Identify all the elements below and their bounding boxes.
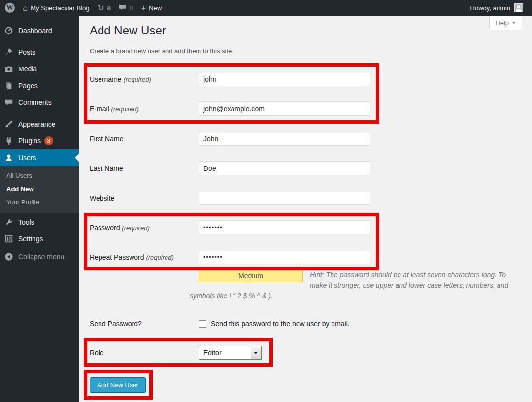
- username-input[interactable]: [199, 72, 370, 86]
- sidebar-item-all-users[interactable]: All Users: [0, 169, 79, 182]
- field-label-text: E-mail: [90, 105, 109, 113]
- last-name-label: Last Name: [90, 165, 199, 172]
- sidebar-item-label: Plugins: [18, 137, 41, 145]
- sidebar-item-users[interactable]: Users: [0, 149, 79, 166]
- plus-icon: +: [141, 4, 146, 12]
- main-content: Help Add New User Create a brand new use…: [79, 16, 532, 402]
- password-label: Password (required): [90, 224, 199, 232]
- sidebar-item-tools[interactable]: Tools: [0, 214, 79, 231]
- new-content-menu[interactable]: + New: [137, 0, 166, 16]
- chevron-down-icon: [254, 352, 258, 354]
- admin-menu: Dashboard Posts Media Pages Comments: [0, 16, 79, 265]
- required-note: (required): [146, 254, 173, 261]
- chevron-down-icon: [512, 22, 516, 24]
- field-label-text: Repeat Password: [90, 253, 144, 261]
- form-row-send-password: Send Password? Send this password to the…: [90, 317, 350, 330]
- field-label-text: Last Name: [90, 165, 123, 172]
- new-label: New: [149, 4, 162, 12]
- field-label-text: Role: [90, 349, 104, 357]
- website-label: Website: [90, 194, 199, 202]
- send-password-label: Send Password?: [90, 320, 199, 328]
- password-hint-block: Medium Hint: The password should be at l…: [190, 270, 509, 301]
- collapse-menu-button[interactable]: Collapse menu: [0, 248, 79, 265]
- site-name-menu[interactable]: ⌂ My Spectacular Blog: [19, 0, 94, 16]
- last-name-input[interactable]: [199, 161, 370, 175]
- comment-bubble-icon: [119, 4, 130, 11]
- admin-bar-left: W ⌂ My Spectacular Blog ↻ 8 0 + New: [0, 0, 166, 16]
- account-menu[interactable]: Howdy, admin: [466, 0, 527, 16]
- password-strength-meter: Medium: [199, 270, 303, 282]
- field-label-text: Username: [90, 75, 122, 83]
- sidebar-item-label: Settings: [18, 235, 43, 243]
- avatar: [514, 3, 523, 12]
- field-label-text: First Name: [90, 135, 123, 143]
- field-label-text: Website: [90, 194, 114, 202]
- repeat-password-label: Repeat Password (required): [90, 253, 199, 261]
- page-title: Add New User: [90, 24, 166, 37]
- repeat-password-input[interactable]: [199, 250, 370, 264]
- field-label-text: Password: [90, 224, 120, 232]
- menu-separator: [0, 39, 79, 44]
- website-input[interactable]: [199, 191, 370, 205]
- wrench-icon: [4, 217, 14, 227]
- collapse-arrow-icon: [4, 252, 14, 262]
- send-password-checkbox[interactable]: [199, 320, 206, 328]
- field-label-text: Send Password?: [90, 320, 142, 328]
- form-row-website: Website: [90, 191, 370, 205]
- paintbrush-icon: [4, 119, 14, 129]
- form-row-first-name: First Name: [90, 132, 370, 146]
- comments-menu[interactable]: 0: [115, 0, 137, 16]
- username-label: Username (required): [90, 75, 199, 83]
- sidebar-item-label: Posts: [18, 48, 35, 56]
- first-name-input[interactable]: [199, 132, 370, 146]
- active-item-arrow: [75, 154, 79, 162]
- role-select[interactable]: Editor: [199, 346, 262, 360]
- comment-count: 0: [130, 4, 133, 12]
- sidebar-item-comments[interactable]: Comments: [0, 94, 79, 111]
- add-new-user-button[interactable]: Add New User: [90, 377, 146, 393]
- update-count: 8: [107, 4, 111, 12]
- role-label: Role: [90, 349, 199, 357]
- help-button[interactable]: Help: [489, 16, 522, 30]
- form-row-role: Role Editor: [90, 346, 262, 360]
- page-subtitle: Create a brand new user and add them to …: [90, 47, 233, 55]
- help-label: Help: [496, 19, 509, 27]
- sidebar-item-settings[interactable]: Settings: [0, 231, 79, 247]
- admin-bar: W ⌂ My Spectacular Blog ↻ 8 0 + New Howd…: [0, 0, 532, 16]
- sidebar-item-media[interactable]: Media: [0, 61, 79, 77]
- admin-bar-right: Howdy, admin: [466, 0, 532, 16]
- howdy-label: Howdy, admin: [470, 4, 510, 12]
- select-dropdown-button[interactable]: [250, 346, 261, 359]
- password-input[interactable]: [199, 220, 370, 234]
- site-name-label: My Spectacular Blog: [31, 4, 89, 12]
- home-icon: ⌂: [23, 4, 28, 12]
- updates-menu[interactable]: ↻ 8: [94, 0, 115, 16]
- sidebar-item-label: Tools: [18, 218, 34, 226]
- settings-sliders-icon: [4, 234, 14, 244]
- sidebar-item-add-new[interactable]: Add New: [0, 182, 79, 196]
- user-icon: [4, 153, 14, 163]
- update-icon: ↻: [98, 4, 104, 12]
- sidebar-item-plugins[interactable]: Plugins 8: [0, 133, 79, 149]
- sidebar-item-label: Appearance: [18, 120, 56, 128]
- wordpress-logo-menu[interactable]: W: [0, 0, 19, 16]
- plug-icon: [4, 136, 14, 146]
- sidebar-item-pages[interactable]: Pages: [0, 77, 79, 94]
- wordpress-admin-page: W ⌂ My Spectacular Blog ↻ 8 0 + New Howd…: [0, 0, 532, 402]
- email-input[interactable]: [199, 101, 370, 116]
- comments-icon: [4, 98, 14, 107]
- send-password-checkbox-label: Send this password to the new user by em…: [211, 320, 350, 328]
- required-note: (required): [122, 224, 149, 232]
- role-selected-value: Editor: [200, 346, 250, 359]
- sidebar-item-appearance[interactable]: Appearance: [0, 116, 79, 133]
- sidebar-item-label: Collapse menu: [18, 253, 64, 261]
- menu-separator: [0, 111, 79, 116]
- wordpress-logo-icon: W: [5, 3, 15, 13]
- sidebar-item-dashboard[interactable]: Dashboard: [0, 22, 79, 39]
- sidebar-item-label: Users: [18, 154, 36, 162]
- sidebar-item-posts[interactable]: Posts: [0, 44, 79, 61]
- required-note: (required): [111, 105, 139, 113]
- sidebar-item-label: Media: [18, 65, 37, 73]
- dashboard-icon: [4, 26, 14, 35]
- sidebar-item-your-profile[interactable]: Your Profile: [0, 196, 79, 209]
